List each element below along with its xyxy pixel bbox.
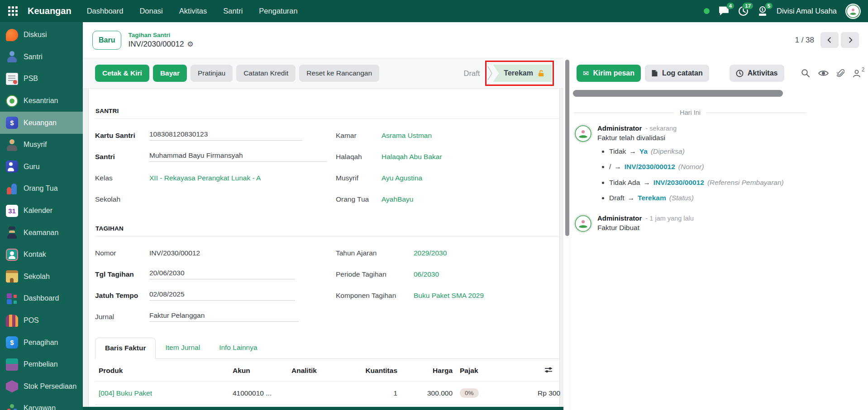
- line-pajak[interactable]: 0%: [456, 382, 505, 405]
- followers-icon[interactable]: 2: [853, 69, 861, 78]
- sidebar-item-sekolah[interactable]: Sekolah: [0, 266, 83, 288]
- bottom-edge-bar: [83, 407, 563, 410]
- attachment-icon[interactable]: [837, 69, 844, 78]
- label-jatuh-tempo: Jatuh Tempo: [95, 292, 149, 300]
- col-analitik[interactable]: Analitik: [288, 359, 342, 382]
- sidebar-item-penagihan[interactable]: Penagihan: [0, 331, 83, 353]
- line-kuantitas[interactable]: 1: [342, 382, 401, 405]
- periode-tagihan-link[interactable]: 06/2030: [414, 270, 439, 278]
- sidebar-item-guru[interactable]: Guru: [0, 156, 83, 178]
- watchers-eye-icon[interactable]: [818, 70, 829, 77]
- section-title-santri: SANTRI: [95, 108, 559, 119]
- sidebar-item-orang-tua[interactable]: Orang Tua: [0, 178, 83, 200]
- col-harga[interactable]: Harga: [401, 359, 456, 382]
- col-produk[interactable]: Produk: [95, 359, 229, 382]
- sidebar-item-dashboard[interactable]: Dashboard: [0, 287, 83, 310]
- jatuh-tempo-input[interactable]: 02/08/2025: [149, 290, 295, 301]
- message-avatar[interactable]: [574, 124, 592, 143]
- menu-aktivitas[interactable]: Aktivitas: [179, 7, 207, 15]
- sidebar-item-kalender[interactable]: 31 Kalender: [0, 200, 83, 222]
- breadcrumb-parent-link[interactable]: Tagihan Santri: [128, 32, 193, 38]
- sidebar-item-kontak[interactable]: Kontak: [0, 244, 83, 266]
- follower-count: 2: [862, 66, 865, 73]
- invoice-lines-table: Produk Akun Analitik Kuantitas Harga Paj…: [95, 359, 560, 405]
- arrow-right-icon: →: [643, 179, 650, 186]
- tracking-change: Draft→Terekam(Status): [609, 193, 844, 203]
- tahun-ajaran-link[interactable]: 2029/2030: [414, 249, 447, 257]
- kartu-santri-input[interactable]: 108308120830123: [149, 130, 302, 141]
- form-scrollbar: [563, 58, 571, 410]
- scrollbar-thumb[interactable]: [565, 60, 569, 236]
- musyrif-link[interactable]: Ayu Agustina: [382, 174, 422, 182]
- messages-icon[interactable]: 4: [718, 6, 730, 16]
- kelas-link[interactable]: XII - Rekayasa Perangkat Lunak - A: [149, 174, 261, 182]
- gear-icon[interactable]: ⚙: [187, 40, 193, 48]
- menu-dashboard[interactable]: Dashboard: [87, 7, 124, 15]
- print-send-button[interactable]: Cetak & Kiri: [95, 65, 149, 82]
- state-draft[interactable]: Draft: [464, 69, 480, 78]
- line-analitik[interactable]: [288, 382, 342, 405]
- halaqah-link[interactable]: Halaqah Abu Bakar: [382, 153, 442, 161]
- col-kuantitas[interactable]: Kuantitas: [342, 359, 401, 382]
- menu-donasi[interactable]: Donasi: [139, 7, 162, 15]
- sidebar-item-karyawan[interactable]: Karyawan: [0, 397, 83, 410]
- sidebar-item-keamanan[interactable]: Keamanan: [0, 221, 83, 244]
- sidebar-item-kesantrian[interactable]: Kesantrian: [0, 90, 83, 112]
- app-name[interactable]: Keuangan: [28, 6, 72, 16]
- company-name[interactable]: Divisi Amal Usaha: [777, 7, 837, 15]
- tgl-tagihan-input[interactable]: 20/06/2030: [149, 269, 295, 279]
- money-requests-icon[interactable]: 5: [757, 6, 768, 17]
- message-author[interactable]: Administrator: [597, 214, 642, 222]
- menu-pengaturan[interactable]: Pengaturan: [259, 7, 297, 15]
- online-status-dot: [704, 8, 710, 14]
- pager-previous-button[interactable]: [820, 32, 839, 48]
- santri-input[interactable]: Muhammad Bayu Firmansyah: [149, 151, 327, 162]
- new-button[interactable]: Baru: [92, 31, 121, 50]
- pay-button[interactable]: Bayar: [153, 65, 187, 82]
- keuangan-icon: [6, 117, 18, 129]
- label-musyrif: Musyrif: [336, 174, 382, 182]
- sidebar-item-pos[interactable]: POS: [0, 310, 83, 332]
- optional-columns-toggle[interactable]: [505, 359, 560, 382]
- line-harga[interactable]: 300.000: [401, 382, 456, 405]
- apps-menu-icon[interactable]: [5, 4, 20, 19]
- guru-icon: [6, 160, 18, 173]
- schedule-activity-button[interactable]: Aktivitas: [730, 65, 784, 82]
- col-pajak[interactable]: Pajak: [456, 359, 505, 382]
- line-produk[interactable]: [004] Buku Paket: [95, 382, 229, 405]
- preview-button[interactable]: Pratinjau: [191, 65, 233, 82]
- santri-icon: [6, 51, 18, 63]
- tab-info-lainnya[interactable]: Info Lainnya: [210, 338, 267, 359]
- attachment-progress-bar: [573, 90, 783, 97]
- send-message-button[interactable]: ✉ Kirim pesan: [577, 65, 641, 82]
- credit-note-button[interactable]: Catatan Kredit: [236, 65, 296, 82]
- col-akun[interactable]: Akun: [229, 359, 288, 382]
- tab-item-jurnal[interactable]: Item Jurnal: [156, 338, 210, 359]
- menu-santri[interactable]: Santri: [223, 7, 243, 15]
- activities-icon[interactable]: 17: [738, 6, 749, 16]
- sidebar-item-pembelian[interactable]: Pembelian: [0, 353, 83, 376]
- user-avatar[interactable]: [845, 4, 861, 19]
- state-terekam[interactable]: Terekam: [493, 65, 552, 82]
- message-avatar[interactable]: [574, 214, 592, 233]
- message-author[interactable]: Administrator: [597, 124, 642, 132]
- label-periode-tagihan: Periode Tagihan: [336, 270, 414, 278]
- line-akun[interactable]: 41000010 ...: [229, 382, 288, 405]
- jurnal-input[interactable]: Faktur Pelanggan: [149, 311, 299, 322]
- search-message-icon[interactable]: [801, 69, 810, 78]
- orang-tua-link[interactable]: AyahBayu: [382, 195, 413, 203]
- log-note-button[interactable]: Log catatan: [645, 65, 709, 82]
- kamar-link[interactable]: Asrama Ustman: [382, 132, 432, 140]
- sidebar-item-keuangan[interactable]: Keuangan: [0, 112, 83, 134]
- komponen-tagihan-link[interactable]: Buku Paket SMA 2029: [414, 292, 484, 300]
- messages-badge: 4: [726, 2, 734, 9]
- sidebar-item-psb[interactable]: PSB: [0, 68, 83, 90]
- invoice-line-row[interactable]: [004] Buku Paket 41000010 ... 1 300.000 …: [95, 382, 560, 405]
- pager-next-button[interactable]: [841, 32, 859, 48]
- reset-to-draft-button[interactable]: Reset ke Rancangan: [299, 65, 379, 82]
- sidebar-item-stok-persediaan[interactable]: Stok Persediaan: [0, 376, 83, 398]
- sidebar-item-diskusi[interactable]: Diskusi: [0, 24, 83, 46]
- sidebar-item-santri[interactable]: Santri: [0, 46, 83, 68]
- sidebar-item-musyrif[interactable]: Musyrif: [0, 134, 83, 156]
- tab-baris-faktur[interactable]: Baris Faktur: [95, 338, 156, 359]
